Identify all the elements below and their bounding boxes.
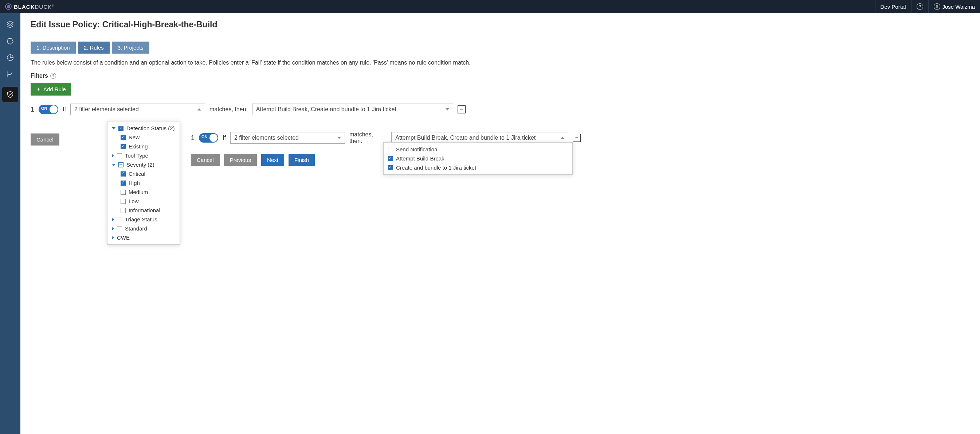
logo-text-light: DUCK	[35, 4, 52, 10]
left-nav	[0, 13, 21, 434]
product-logo: BLACKDUCK®	[5, 3, 54, 10]
filter-option-medium[interactable]: Medium	[107, 187, 180, 196]
nav-trend-icon[interactable]	[6, 70, 14, 79]
checkbox-mixed-icon[interactable]	[118, 162, 124, 168]
caret-right-icon	[112, 227, 114, 230]
filter-option-informational[interactable]: Informational	[107, 206, 180, 215]
toggle-on-label: ON	[202, 134, 208, 139]
rule-toggle[interactable]: ON	[199, 133, 218, 143]
filter-group-tool-type[interactable]: Tool Type	[107, 151, 180, 160]
checkbox-icon[interactable]	[121, 190, 126, 195]
step-projects[interactable]: 3. Projects	[112, 41, 150, 54]
filter-option-existing[interactable]: Existing	[107, 142, 180, 151]
filters-heading: Filters ?	[30, 73, 970, 79]
step-description[interactable]: 1. Description	[30, 41, 76, 54]
top-bar: BLACKDUCK® Dev Portal ? Jose Waizma	[0, 0, 980, 13]
svg-point-0	[936, 5, 938, 6]
filter-group-detection-status[interactable]: Detection Status (2)	[107, 124, 180, 133]
logo-registered: ®	[52, 4, 54, 7]
filter-option-high[interactable]: High	[107, 178, 180, 187]
caret-down-icon	[445, 108, 449, 110]
filter-group-standard[interactable]: Standard	[107, 224, 180, 233]
checkbox-checked-icon[interactable]	[121, 135, 126, 140]
filter-option-low[interactable]: Low	[107, 196, 180, 206]
caret-right-icon	[112, 154, 114, 158]
rules-help-text: The rules below consist of a condition a…	[30, 59, 970, 66]
checkbox-checked-icon[interactable]	[121, 171, 126, 177]
nav-tag-icon[interactable]	[6, 37, 14, 45]
checkbox-icon[interactable]	[388, 147, 393, 152]
caret-up-icon	[561, 137, 564, 139]
if-label: If	[63, 106, 66, 113]
rule-row: 1 ON If 2 filter elements selected match…	[30, 104, 970, 115]
then-label: matches, then:	[210, 106, 248, 113]
filter-select[interactable]: 2 filter elements selected	[70, 104, 205, 115]
logo-text-strong: BLACK	[14, 4, 35, 10]
nav-layers-icon[interactable]	[6, 20, 14, 29]
checkbox-checked-icon[interactable]	[388, 156, 393, 161]
caret-down-icon	[112, 164, 116, 166]
user-icon	[934, 3, 940, 10]
finish-button[interactable]: Finish	[288, 154, 315, 166]
checkbox-icon[interactable]	[117, 217, 122, 222]
remove-rule-button[interactable]: −	[573, 134, 581, 142]
checkbox-icon[interactable]	[121, 208, 126, 213]
nav-pie-icon[interactable]	[6, 53, 14, 62]
nav-policy-icon[interactable]	[2, 87, 18, 102]
action-option-jira-bundle[interactable]: Create and bundle to 1 Jira ticket	[383, 163, 572, 172]
toggle-on-label: ON	[41, 106, 47, 110]
caret-down-icon	[112, 127, 116, 129]
filter-dropdown-panel: Detection Status (2) New Existing Tool T…	[107, 121, 180, 245]
step-rules[interactable]: 2. Rules	[78, 41, 110, 54]
user-name: Jose Waizma	[942, 4, 975, 10]
checkbox-checked-icon[interactable]	[121, 180, 126, 186]
toggle-knob	[49, 105, 57, 113]
filter-group-severity[interactable]: Severity (2)	[107, 160, 180, 169]
caret-down-icon	[337, 137, 341, 139]
caret-right-icon	[112, 218, 114, 221]
filters-help-icon[interactable]: ?	[50, 73, 56, 79]
previous-button[interactable]: Previous	[224, 154, 257, 166]
checkbox-icon[interactable]	[117, 153, 122, 158]
user-menu[interactable]: Jose Waizma	[928, 0, 980, 13]
help-button[interactable]: ?	[911, 0, 928, 13]
filter-option-new[interactable]: New	[107, 133, 180, 142]
checkbox-icon[interactable]	[117, 226, 122, 231]
caret-up-icon	[197, 108, 201, 110]
action-option-send-notification[interactable]: Send Notification	[383, 145, 572, 154]
remove-rule-button[interactable]: −	[458, 105, 466, 113]
checkbox-checked-icon[interactable]	[121, 144, 126, 149]
filter-option-critical[interactable]: Critical	[107, 169, 180, 178]
if-label: If	[223, 134, 226, 141]
then-label: matches, then:	[349, 131, 387, 144]
action-dropdown-panel: Send Notification Attempt Build Break Cr…	[383, 142, 573, 175]
rule-number: 1	[30, 106, 34, 113]
page-title: Edit Issue Policy: Critical-High-Break-t…	[30, 14, 970, 34]
plus-icon: ＋	[36, 86, 41, 93]
cancel-button[interactable]: Cancel	[30, 134, 59, 145]
action-option-build-break[interactable]: Attempt Build Break	[383, 154, 572, 163]
filter-group-cwe[interactable]: CWE	[107, 233, 180, 242]
toggle-knob	[210, 134, 218, 142]
help-icon: ?	[916, 3, 923, 10]
rule-number: 1	[191, 134, 194, 142]
filter-select[interactable]: 2 filter elements selected	[230, 132, 345, 144]
caret-right-icon	[112, 236, 114, 239]
step-tabs: 1. Description 2. Rules 3. Projects	[30, 41, 970, 54]
action-select[interactable]: Attempt Build Break, Create and bundle t…	[252, 104, 453, 115]
logo-mark-icon	[5, 3, 12, 10]
next-button[interactable]: Next	[261, 154, 284, 166]
filter-group-triage-status[interactable]: Triage Status	[107, 215, 180, 224]
dev-portal-link[interactable]: Dev Portal	[875, 0, 911, 13]
cancel-button[interactable]: Cancel	[191, 154, 220, 166]
add-rule-button[interactable]: ＋ Add Rule	[30, 83, 71, 96]
checkbox-icon[interactable]	[121, 199, 126, 204]
rule-toggle[interactable]: ON	[39, 105, 58, 114]
checkbox-checked-icon[interactable]	[118, 126, 124, 131]
checkbox-checked-icon[interactable]	[388, 165, 393, 170]
